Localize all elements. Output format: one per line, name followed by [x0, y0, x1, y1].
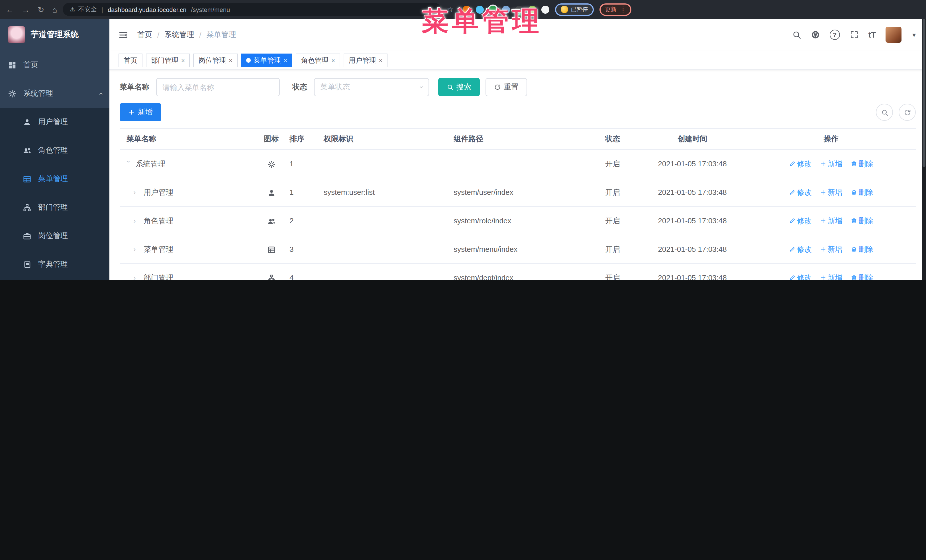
close-icon[interactable]: × — [229, 57, 233, 64]
search-button[interactable]: 搜索 — [438, 78, 480, 96]
chevron-icon: › — [96, 92, 104, 95]
browser-update-button[interactable]: 更新 ⋮⋮ — [599, 3, 631, 16]
search-icon — [447, 84, 454, 91]
expand-chevron-icon[interactable]: › — [133, 216, 140, 225]
help-icon[interactable]: ? — [830, 30, 840, 40]
delete-link[interactable]: 删除 — [850, 187, 873, 198]
close-icon[interactable]: × — [379, 57, 383, 64]
refresh-table-button[interactable] — [899, 104, 916, 121]
sidebar-item[interactable]: 系统管理 › — [0, 79, 109, 108]
sidebar-item[interactable]: 通知公告 › — [0, 279, 109, 280]
sidebar-item[interactable]: 部门管理 › — [0, 193, 109, 222]
status-select[interactable]: 菜单状态 › — [314, 78, 429, 96]
expand-chevron-icon[interactable]: › — [133, 188, 140, 196]
sidebar-item[interactable]: 岗位管理 › — [0, 222, 109, 250]
address-bar[interactable]: ⚠ 不安全 | dashboard.yudao.iocoder.cn/syste… — [63, 3, 441, 16]
close-icon[interactable]: × — [181, 57, 185, 64]
github-icon[interactable] — [811, 30, 820, 39]
profile-paused-chip[interactable]: 已暂停 — [555, 3, 594, 16]
security-warning-label[interactable]: 不安全 — [78, 5, 97, 14]
breadcrumb-system[interactable]: 系统管理 — [164, 30, 194, 40]
menu-sort: 1 — [286, 160, 320, 168]
close-icon[interactable]: × — [284, 57, 287, 64]
menu-component: system/role/index — [450, 216, 587, 225]
delete-link[interactable]: 删除 — [850, 216, 873, 226]
plus-icon — [128, 109, 135, 116]
pencil-icon — [789, 275, 795, 280]
table-toolbar: 新增 — [120, 103, 916, 121]
view-tab[interactable]: 部门管理 × — [146, 54, 190, 67]
expand-chevron-icon[interactable]: › — [133, 245, 140, 254]
browser-home-button[interactable]: ⌂ — [52, 5, 57, 14]
trash-icon — [850, 217, 857, 224]
add-child-link[interactable]: 新增 — [820, 273, 843, 280]
menu-name-input[interactable] — [156, 78, 280, 96]
view-tab[interactable]: 首页 × — [118, 54, 142, 67]
view-tab-label: 岗位管理 — [198, 56, 226, 65]
pencil-icon — [789, 161, 795, 167]
view-tab[interactable]: 角色管理 × — [296, 54, 340, 67]
col-component: 组件路径 — [450, 134, 587, 144]
user-avatar[interactable] — [885, 27, 902, 43]
add-child-link[interactable]: 新增 — [820, 187, 843, 198]
add-child-link[interactable]: 新增 — [820, 216, 843, 226]
expand-chevron-icon[interactable]: › — [133, 273, 140, 280]
sidebar-item-label: 角色管理 — [38, 145, 101, 155]
created-time: 2021-01-05 17:03:48 — [638, 160, 746, 168]
breadcrumb: 首页 / 系统管理 / 菜单管理 — [137, 30, 236, 40]
edit-link[interactable]: 修改 — [789, 216, 812, 226]
menu-sort: 3 — [286, 245, 320, 254]
browser-forward-button[interactable]: → — [22, 5, 30, 14]
browser-reload-button[interactable]: ↻ — [38, 5, 44, 14]
menu-sort: 2 — [286, 216, 320, 225]
close-icon[interactable]: × — [331, 57, 335, 64]
menu-name: 部门管理 — [144, 273, 173, 280]
expand-chevron-icon[interactable]: › — [124, 160, 133, 167]
font-size-icon[interactable]: tT — [869, 30, 876, 39]
view-tab-label: 首页 — [124, 56, 137, 65]
header-search-icon[interactable] — [792, 30, 801, 39]
table-header-row: 菜单名称 图标 排序 权限标识 组件路径 状态 创建时间 操作 — [120, 129, 916, 150]
app-title: 芋道管理系统 — [31, 30, 79, 40]
breadcrumb-home[interactable]: 首页 — [137, 30, 152, 40]
sidebar-item[interactable]: 菜单管理 › — [0, 165, 109, 193]
sidebar-item[interactable]: 首页 › — [0, 51, 109, 79]
sidebar-item[interactable]: 角色管理 › — [0, 136, 109, 165]
menu-icon — [267, 245, 275, 254]
menu-icon — [267, 217, 275, 225]
col-icon: 图标 — [256, 134, 286, 144]
toggle-search-button[interactable] — [876, 104, 893, 121]
add-child-link[interactable]: 新增 — [820, 244, 843, 254]
edit-link[interactable]: 修改 — [789, 244, 812, 254]
view-tab[interactable]: 菜单管理 × — [241, 54, 293, 67]
browser-back-button[interactable]: ← — [6, 5, 14, 14]
chevron-down-icon: › — [418, 86, 426, 88]
table-row: › 部门管理 4 system/dept/index 开启 2021-01-05… — [120, 264, 916, 280]
fullscreen-icon[interactable] — [850, 30, 859, 39]
edit-link[interactable]: 修改 — [789, 273, 812, 280]
add-child-link[interactable]: 新增 — [820, 158, 843, 169]
delete-link[interactable]: 删除 — [850, 273, 873, 280]
refresh-icon — [494, 84, 501, 91]
created-time: 2021-01-05 17:03:48 — [638, 273, 746, 280]
delete-link[interactable]: 删除 — [850, 244, 873, 254]
view-tab[interactable]: 用户管理 × — [343, 54, 388, 67]
created-time: 2021-01-05 17:03:48 — [638, 188, 746, 196]
plus-icon — [820, 189, 826, 195]
add-button[interactable]: 新增 — [120, 103, 161, 121]
sidebar-collapse-button[interactable] — [118, 30, 128, 40]
view-tab-label: 部门管理 — [151, 56, 179, 65]
sidebar-item[interactable]: 字典管理 › — [0, 250, 109, 279]
reset-button[interactable]: 重置 — [486, 78, 527, 96]
sidebar-item[interactable]: 用户管理 › — [0, 108, 109, 136]
view-tab[interactable]: 岗位管理 × — [194, 54, 238, 67]
avatar-caret-icon[interactable]: ▼ — [911, 32, 917, 38]
overlay-annotation-title: 菜单管理 — [422, 3, 543, 39]
browser-menu-icon[interactable]: ⋮⋮ — [620, 7, 626, 12]
edit-link[interactable]: 修改 — [789, 158, 812, 169]
page-scrollbar[interactable] — [922, 19, 926, 280]
app-logo[interactable]: 芋道管理系统 — [0, 19, 109, 51]
delete-link[interactable]: 删除 — [850, 158, 873, 169]
url-path: /system/menu — [191, 6, 230, 13]
edit-link[interactable]: 修改 — [789, 187, 812, 198]
